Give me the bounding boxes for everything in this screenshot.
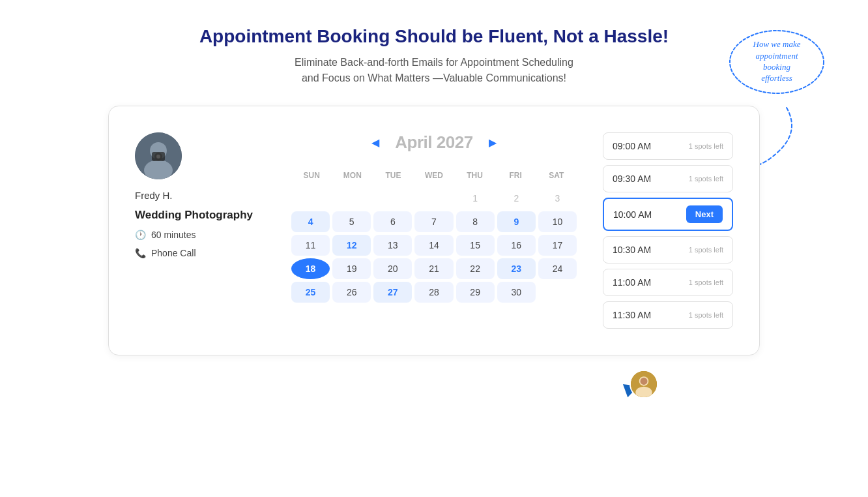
weekday-thu: THU [454,168,495,183]
svg-text:appointment: appointment [756,51,798,61]
day-cell[interactable]: 15 [456,235,495,256]
calendar-grid: SUN MON TUE WED THU FRI SAT 123456789101… [291,168,577,303]
day-cell: 3 [538,188,577,209]
day-cell[interactable]: 25 [291,282,330,303]
day-cell-empty [538,282,577,303]
day-cell-empty [414,188,453,209]
day-cell[interactable]: 26 [332,282,371,303]
booking-card: Fredy H. Wedding Photography 🕐 60 minute… [108,106,760,355]
spots-left-label: 1 spots left [689,142,723,150]
day-cell[interactable]: 13 [373,235,412,256]
prev-month-button[interactable]: ◀ [366,134,384,151]
header-section: Appointment Booking Should be Fluent, No… [39,26,829,86]
time-label: 10:00 AM [613,209,652,220]
svg-point-15 [641,378,648,385]
service-type: 📞 Phone Call [135,248,265,258]
day-cell[interactable]: 18 [291,258,330,279]
page-wrapper: Appointment Booking Should be Fluent, No… [0,0,868,497]
next-month-button[interactable]: ▶ [484,134,502,151]
svg-text:booking: booking [763,62,790,72]
spots-left-label: 1 spots left [689,311,723,319]
day-cell[interactable]: 30 [497,282,536,303]
day-cell[interactable]: 17 [538,235,577,256]
time-slot[interactable]: 11:30 AM1 spots left [603,301,733,329]
weekday-sun: SUN [291,168,332,183]
next-button[interactable]: Next [686,205,723,223]
svg-point-14 [635,387,652,399]
day-cell[interactable]: 24 [538,258,577,279]
day-cell[interactable]: 9 [497,211,536,232]
time-label: 09:30 AM [613,173,651,184]
spots-left-label: 1 spots left [689,246,723,254]
header-subtitle: Eliminate Back-and-forth Emails for Appo… [39,55,829,86]
day-cell-empty [373,188,412,209]
day-cell[interactable]: 29 [456,282,495,303]
day-cell[interactable]: 19 [332,258,371,279]
avatar [135,132,182,179]
calendar-weekdays: SUN MON TUE WED THU FRI SAT [291,168,577,183]
calendar-header: ◀ April 2027 ▶ [291,132,577,153]
calendar-panel: ◀ April 2027 ▶ SUN MON TUE WED THU FRI S… [291,132,577,329]
day-cell[interactable]: 10 [538,211,577,232]
phone-icon: 📞 [135,248,146,258]
time-slot[interactable]: 09:30 AM1 spots left [603,165,733,192]
day-cell[interactable]: 16 [497,235,536,256]
time-label: 09:00 AM [613,141,651,151]
weekday-wed: WED [414,168,455,183]
day-cell[interactable]: 5 [332,211,371,232]
handwritten-bubble: How we make appointment booking effortle… [725,26,829,98]
day-cell: 1 [456,188,495,209]
service-duration: 🕐 60 minutes [135,230,265,240]
host-name: Fredy H. [135,190,265,201]
day-cell[interactable]: 27 [373,282,412,303]
day-cell[interactable]: 11 [291,235,330,256]
weekday-sat: SAT [536,168,577,183]
day-cell[interactable]: 28 [414,282,453,303]
day-cell[interactable]: 4 [291,211,330,232]
time-slot[interactable]: 11:00 AM1 spots left [603,269,733,296]
time-slot[interactable]: 10:30 AM1 spots left [603,236,733,264]
day-cell[interactable]: 21 [414,258,453,279]
day-cell[interactable]: 14 [414,235,453,256]
spots-left-label: 1 spots left [689,279,723,286]
day-cell[interactable]: 12 [332,235,371,256]
day-cell-empty [291,188,330,209]
time-label: 11:00 AM [613,277,651,288]
calendar-month-year: April 2027 [395,132,472,153]
weekday-tue: TUE [373,168,414,183]
photographer-thumb [629,370,658,399]
weekday-mon: MON [332,168,373,183]
day-cell[interactable]: 23 [497,258,536,279]
day-cell-empty [332,188,371,209]
weekday-fri: FRI [495,168,536,183]
time-slots-panel: 09:00 AM1 spots left09:30 AM1 spots left… [603,132,733,329]
time-label: 10:30 AM [613,245,651,255]
service-name: Wedding Photography [135,209,265,222]
calendar-days-grid: 1234567891011121314151617181920212223242… [291,188,577,303]
svg-text:effortless: effortless [761,73,792,83]
day-cell[interactable]: 7 [414,211,453,232]
spots-left-label: 1 spots left [689,175,723,183]
day-cell[interactable]: 8 [456,211,495,232]
day-cell: 2 [497,188,536,209]
page-title: Appointment Booking Should be Fluent, No… [39,26,829,47]
time-slot[interactable]: 09:00 AM1 spots left [603,132,733,160]
day-cell[interactable]: 6 [373,211,412,232]
svg-text:How we make: How we make [753,39,801,49]
svg-point-11 [156,155,160,158]
clock-icon: 🕐 [135,230,146,240]
time-slot-selected[interactable]: 10:00 AMNext [603,198,733,231]
day-cell[interactable]: 22 [456,258,495,279]
day-cell[interactable]: 20 [373,258,412,279]
left-panel: Fredy H. Wedding Photography 🕐 60 minute… [135,132,265,329]
time-label: 11:30 AM [613,310,651,320]
